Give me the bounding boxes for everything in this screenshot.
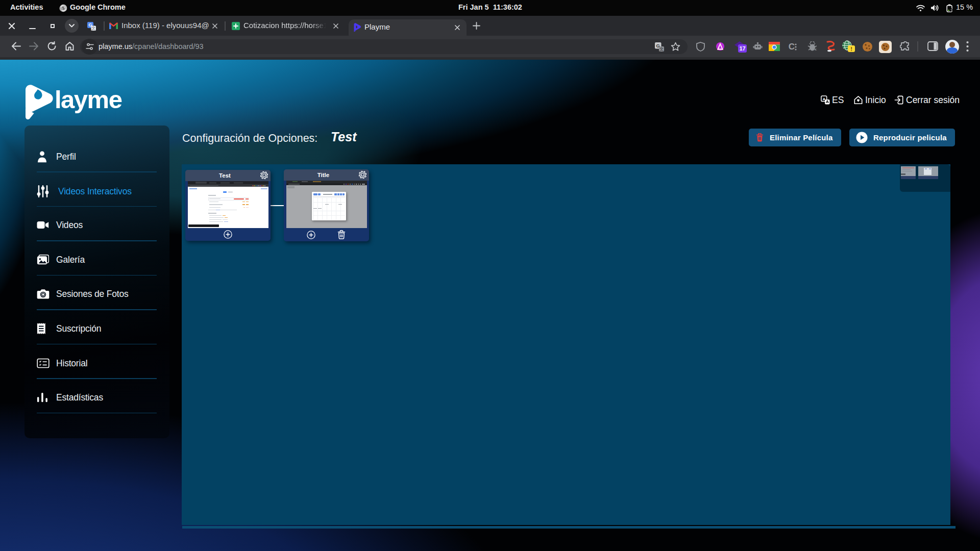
svg-text:文: 文 xyxy=(91,26,95,31)
svg-text:!: ! xyxy=(850,46,852,52)
svg-text:C: C xyxy=(814,47,817,52)
svg-text:layme: layme xyxy=(55,86,122,113)
svg-text:17: 17 xyxy=(739,45,745,52)
svg-text:C: C xyxy=(789,42,795,52)
svg-text:文: 文 xyxy=(659,46,664,52)
